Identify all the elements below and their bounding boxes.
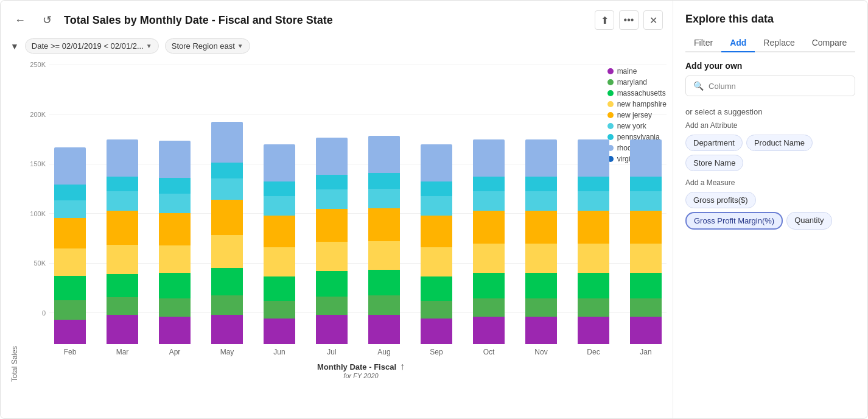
bar-group[interactable]: [206, 122, 248, 344]
bar-group[interactable]: [573, 139, 614, 344]
attribute-chip[interactable]: Product Name: [746, 135, 813, 151]
bar-stack: [630, 139, 662, 344]
x-axis-month-label: Jun: [259, 344, 300, 356]
bar-segment: [264, 319, 295, 344]
bar-segment: [264, 181, 295, 196]
bar-segment: [211, 163, 243, 178]
x-axis-month-label: Feb: [49, 344, 91, 356]
panel-tab-add[interactable]: Add: [721, 34, 755, 52]
refresh-icon: ↺: [43, 13, 52, 27]
panel-tab-replace[interactable]: Replace: [755, 34, 803, 52]
bar-segment: [421, 196, 452, 216]
bar-segment: [578, 317, 609, 344]
measure-chip[interactable]: Gross profits($): [685, 192, 756, 208]
bar-segment: [264, 247, 295, 276]
measure-chip[interactable]: Quantity: [786, 212, 831, 230]
x-axis-month-label: Jul: [311, 344, 352, 356]
chart-inner: 250K200K150K100K50K0 mainemarylandmassac…: [19, 61, 673, 382]
bar-segment: [473, 177, 505, 191]
bar-segment: [54, 185, 86, 200]
bar-segment: [264, 144, 295, 181]
panel-tab-filter[interactable]: Filter: [685, 34, 721, 52]
legend-item: maryland: [607, 78, 667, 86]
y-tick-label: 0: [21, 309, 46, 317]
legend-color-dot: [607, 79, 614, 85]
bar-segment: [107, 315, 138, 344]
bar-group[interactable]: [311, 138, 352, 344]
bar-group[interactable]: [154, 141, 195, 344]
bar-segment: [107, 274, 138, 297]
region-filter-chip[interactable]: Store Region east ▼: [165, 38, 250, 54]
measure-section-title: Add a Measure: [685, 178, 855, 187]
y-axis-label: Total Sales: [10, 61, 19, 382]
measure-chip[interactable]: Gross Profit Margin(%): [685, 212, 783, 230]
chart-plot: 250K200K150K100K50K0 mainemarylandmassac…: [19, 61, 673, 344]
panel-tabs: FilterAddReplaceCompare: [685, 34, 855, 52]
bar-segment: [421, 181, 452, 196]
bar-group[interactable]: [625, 139, 667, 344]
chart-container: Total Sales 250K200K150K100K50K0 mainema…: [10, 61, 673, 418]
bar-segment: [316, 175, 348, 189]
back-button[interactable]: ←: [10, 10, 30, 30]
bar-segment: [159, 298, 191, 317]
bar-segment: [264, 216, 295, 248]
bar-segment: [368, 208, 400, 241]
back-icon: ←: [15, 14, 26, 27]
bar-segment: [316, 297, 348, 315]
bar-stack: [525, 139, 557, 344]
bar-stack: [421, 144, 452, 344]
close-button[interactable]: ✕: [643, 10, 663, 30]
panel-tab-compare[interactable]: Compare: [803, 34, 856, 52]
bar-group[interactable]: [468, 139, 509, 344]
bar-segment: [421, 247, 452, 276]
bar-segment: [316, 189, 348, 209]
bar-segment: [368, 136, 400, 173]
refresh-button[interactable]: ↺: [37, 10, 57, 30]
x-axis-title: Monthly Date - Fiscal: [317, 362, 396, 371]
bar-segment: [630, 317, 662, 344]
bar-stack: [578, 139, 609, 344]
y-tick-label: 200K: [21, 111, 46, 118]
bar-segment: [159, 213, 191, 245]
pin-button[interactable]: ⬆: [595, 10, 614, 30]
bar-group[interactable]: [102, 139, 143, 344]
bars-row: [49, 88, 667, 344]
y-tick-line: [49, 65, 667, 65]
bar-segment: [473, 244, 505, 273]
bar-group[interactable]: [520, 139, 562, 344]
bar-segment: [264, 301, 295, 319]
bar-segment: [264, 276, 295, 301]
bar-segment: [578, 244, 609, 273]
bar-segment: [107, 139, 138, 177]
bar-stack: [473, 139, 505, 344]
attribute-chip[interactable]: Store Name: [685, 155, 743, 171]
bar-stack: [368, 136, 400, 344]
bar-stack: [316, 138, 348, 344]
bar-segment: [54, 147, 86, 185]
bar-segment: [54, 218, 86, 249]
bar-segment: [211, 268, 243, 295]
attribute-chip[interactable]: Department: [685, 135, 743, 151]
sort-icon[interactable]: ↑: [400, 361, 405, 372]
y-tick-label: 50K: [21, 259, 46, 267]
y-tick-label: 250K: [21, 61, 46, 68]
header-actions: ⬆ ••• ✕: [595, 10, 663, 30]
x-axis-subtitle: for FY 2020: [49, 372, 673, 379]
more-button[interactable]: •••: [619, 10, 639, 30]
bar-segment: [159, 273, 191, 298]
bar-segment: [578, 211, 609, 244]
column-search-input[interactable]: [709, 82, 847, 91]
bar-stack: [264, 144, 295, 344]
date-filter-chip[interactable]: Date >= 02/01/2019 < 02/01/2... ▼: [25, 38, 159, 54]
bar-group[interactable]: [363, 136, 405, 344]
bar-group[interactable]: [259, 144, 300, 344]
bar-stack: [54, 147, 86, 344]
bar-segment: [107, 245, 138, 274]
bar-group[interactable]: [49, 147, 91, 344]
header: ← ↺ Total Sales by Monthly Date - Fiscal…: [10, 10, 673, 30]
add-own-section: Add your own 🔍: [685, 61, 855, 96]
bar-segment: [421, 301, 452, 319]
bar-group[interactable]: [416, 144, 457, 344]
bar-segment: [630, 177, 662, 191]
bar-segment: [54, 276, 86, 300]
